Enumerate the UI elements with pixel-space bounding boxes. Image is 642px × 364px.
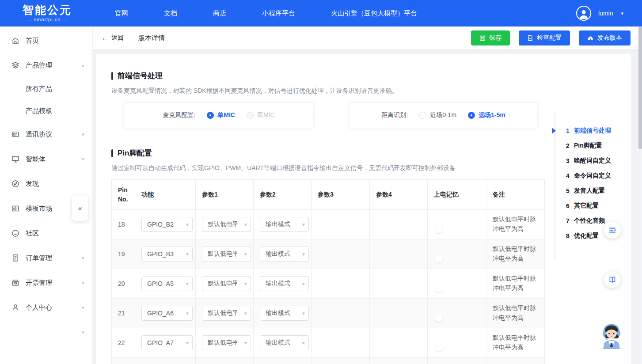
chevron-down-icon: ▾	[302, 251, 305, 257]
sidebar-item-label: 首页	[26, 37, 84, 45]
param2-select[interactable]: 输出模式▾	[260, 335, 309, 350]
radio-dual-mic[interactable]: 双MIC	[247, 111, 275, 119]
topnav-item-official[interactable]: 官网	[115, 9, 128, 18]
sidebar-item-orders[interactable]: 订单管理 ▾	[0, 246, 92, 270]
sidebar: 首页 产品管理 ▴ 所有产品 产品模板 通讯协议 ▾ 智能体 ▾ 发现 模板市场	[0, 27, 93, 364]
param1-select[interactable]: 默认低电平▾	[202, 306, 251, 321]
function-select[interactable]: GPIO_B2▾	[141, 217, 193, 232]
col-function: 功能	[135, 180, 196, 210]
sidebar-collapse-button[interactable]: «	[72, 196, 88, 221]
radio-icon	[419, 112, 426, 119]
sidebar-item-extra[interactable]: ▾	[0, 320, 92, 345]
param1-select[interactable]: 默认低电平▾	[202, 217, 251, 232]
anchor-item-command[interactable]: 4 命令词自定义	[555, 168, 638, 183]
radio-icon	[207, 112, 214, 119]
anchor-label: 个性化音频	[574, 217, 605, 225]
anchor-number: 8	[566, 232, 574, 239]
avatar[interactable]	[576, 6, 591, 21]
sidebar-item-community[interactable]: 社区	[0, 221, 92, 246]
publish-label: 发布版本	[597, 34, 622, 42]
topnav-item-miniapp[interactable]: 小程序平台	[262, 9, 295, 18]
pin-number: 18	[112, 210, 135, 239]
param1-select[interactable]: 默认低电平▾	[202, 335, 251, 350]
chevron-down-icon: ▾	[186, 311, 189, 316]
anchor-label: 发音人配置	[574, 187, 605, 195]
anchor-number: 7	[566, 217, 574, 224]
select-value: 默认低电平	[208, 309, 237, 317]
param2-select[interactable]: 输出模式▾	[260, 276, 309, 291]
param2-select[interactable]: 输出模式▾	[260, 217, 309, 232]
topnav-item-volcano[interactable]: 火山引擎（豆包大模型）平台	[331, 9, 417, 18]
chevron-down-icon: ▾	[244, 340, 247, 346]
publish-button[interactable]: 发布版本	[579, 30, 631, 46]
sidebar-item-discover[interactable]: 发现	[0, 171, 92, 196]
function-select[interactable]: GPIO_A7▾	[141, 335, 193, 350]
docs-book-button[interactable]	[604, 271, 621, 288]
sidebar-item-agent[interactable]: 智能体 ▾	[0, 147, 92, 171]
scrollbar-thumb[interactable]	[638, 27, 642, 149]
user-area[interactable]: lumin ▾	[576, 6, 623, 21]
anchor-item-optimize[interactable]: 8 优化配置	[555, 228, 638, 243]
param2-select[interactable]: 输出模式▾	[260, 246, 309, 262]
chevron-down-icon: ▾	[186, 281, 189, 287]
radio-single-mic[interactable]: 单MIC	[207, 111, 235, 119]
sidebar-item-all-products[interactable]: 所有产品	[0, 78, 92, 100]
function-select[interactable]: GPIO_A6▾	[141, 306, 193, 321]
save-button[interactable]: 保存	[471, 30, 510, 46]
save-label: 保存	[489, 34, 501, 42]
select-value: 默认低电平	[208, 280, 237, 288]
select-value: 输出模式	[266, 280, 290, 288]
sidebar-item-profile[interactable]: 个人中心 ▾	[0, 295, 92, 320]
anchor-item-wakeword[interactable]: 3 唤醒词自定义	[555, 153, 638, 168]
section-signal-title: 前端信号处理	[111, 71, 631, 81]
sidebar-item-products[interactable]: 产品管理 ▴	[0, 53, 92, 78]
chevron-down-icon[interactable]: ▾	[621, 11, 623, 16]
anchor-item-audio[interactable]: 7 个性化音频	[555, 213, 638, 228]
logo-title: 智能公元	[19, 4, 76, 15]
chevron-down-icon: ▾	[302, 311, 305, 316]
radio-icon	[468, 112, 475, 119]
user-avatar-icon	[578, 8, 589, 20]
sidebar-item-product-templates[interactable]: 产品模板	[0, 100, 92, 122]
param2-select[interactable]: 输出模式▾	[260, 306, 309, 321]
remark: 默认低电平时脉冲电平为高	[493, 333, 544, 352]
outline-toggle-button[interactable]	[604, 222, 621, 239]
anchor-number: 1	[566, 127, 574, 134]
anchor-label: Pin脚配置	[574, 142, 602, 150]
anchor-item-other[interactable]: 6 其它配置	[555, 198, 638, 213]
select-value: 输出模式	[266, 220, 290, 228]
pin-config-table: Pin No. 功能 参数1 参数2 参数3 参数4 上电记忆 备注 18 GP…	[111, 179, 545, 364]
sidebar-item-label: 社区	[26, 229, 84, 238]
back-button[interactable]: ← 返回	[102, 34, 124, 42]
sidebar-item-invoice[interactable]: 开票管理 ▾	[0, 270, 92, 295]
anchor-number: 2	[566, 142, 574, 149]
protocol-icon	[11, 130, 19, 138]
param1-select[interactable]: 默认低电平▾	[202, 276, 251, 291]
radio-far-field[interactable]: 远场1-5m	[468, 111, 505, 119]
col-param2: 参数2	[254, 180, 312, 210]
sidebar-item-label: 智能体	[26, 155, 82, 163]
param3-cell	[312, 299, 370, 328]
remark: 默认低电平时脉冲电平为高	[493, 244, 544, 263]
logo[interactable]: 智能公元 — smartpi.cn —	[19, 4, 76, 22]
chevron-down-icon: ▾	[186, 251, 189, 257]
function-select[interactable]: GPIO_A5▾	[141, 276, 193, 291]
check-config-button[interactable]: 检查配置	[519, 30, 570, 46]
param1-select[interactable]: 默认低电平▾	[202, 246, 251, 262]
pin-number: 19	[112, 239, 135, 269]
sidebar-item-protocol[interactable]: 通讯协议 ▾	[0, 122, 92, 147]
assistant-mascot[interactable]	[599, 323, 624, 351]
anchor-item-speaker[interactable]: 5 发音人配置	[555, 183, 638, 198]
section-title-text: 前端信号处理	[118, 71, 163, 81]
table-header-row: Pin No. 功能 参数1 参数2 参数3 参数4 上电记忆 备注	[112, 180, 545, 210]
topnav-item-store[interactable]: 商店	[213, 9, 226, 18]
anchor-item-signal[interactable]: 1 前端信号处理	[555, 123, 638, 138]
radio-label: 双MIC	[257, 111, 275, 119]
scrollbar[interactable]	[638, 27, 642, 364]
mic-config-label: 麦克风配置:	[163, 111, 195, 119]
anchor-item-pin[interactable]: 2 Pin脚配置	[555, 138, 638, 153]
radio-near-field[interactable]: 近场0-1m	[419, 111, 456, 119]
function-select[interactable]: GPIO_B3▾	[141, 246, 193, 262]
sidebar-item-home[interactable]: 首页	[0, 28, 92, 53]
topnav-item-docs[interactable]: 文档	[164, 9, 177, 18]
